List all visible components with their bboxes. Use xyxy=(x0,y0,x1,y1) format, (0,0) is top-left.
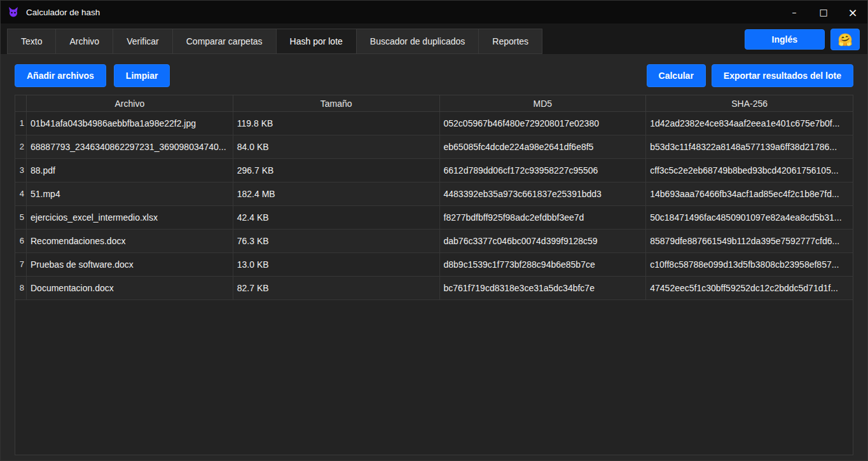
export-batch-results-button[interactable]: Exportar resultados del lote xyxy=(712,64,853,87)
cell-archivo: Pruebas de software.docx xyxy=(27,253,233,276)
tab-bar: Texto Archivo Verificar Comparar carpeta… xyxy=(1,24,867,54)
cell-tamano: 82.7 KB xyxy=(233,277,440,299)
row-index: 2 xyxy=(15,135,27,158)
table-row[interactable]: 8 Documentacion.docx 82.7 KB bc761f719cd… xyxy=(15,277,853,300)
header-tamano[interactable]: Tamaño xyxy=(233,95,440,111)
cell-archivo: Documentacion.docx xyxy=(27,277,233,299)
tab-verificar[interactable]: Verificar xyxy=(113,29,173,54)
table-row[interactable]: 3 88.pdf 296.7 KB 6612d789dd06cf172c9395… xyxy=(15,159,853,182)
cell-md5: f8277bdfbff925f98adc2efdbbf3ee7d xyxy=(440,206,647,229)
cell-md5: 6612d789dd06cf172c93958227c95506 xyxy=(440,159,647,182)
cell-sha256: 85879dfe887661549b112da395e7592777cfd6..… xyxy=(646,230,853,252)
row-index: 3 xyxy=(15,159,27,182)
window-title: Calculador de hash xyxy=(26,8,100,17)
cell-md5: 4483392eb35a973c661837e25391bdd3 xyxy=(440,182,647,205)
close-button[interactable]: × xyxy=(838,1,867,24)
cell-md5: dab76c3377c046bc0074d399f9128c59 xyxy=(440,230,647,252)
add-files-button[interactable]: Añadir archivos xyxy=(15,64,106,87)
cell-sha256: 1d42ad2382e4ce834aaf2eea1e401c675e7b0f..… xyxy=(646,112,853,135)
titlebar: Calculador de hash – □ × xyxy=(1,1,867,24)
cell-archivo: 01b41afa043b4986aebbfba1a98e22f2.jpg xyxy=(27,112,233,135)
toolbar-left-group: Añadir archivos Limpiar xyxy=(15,64,170,87)
cell-md5: 052c05967b46f480e729208017e02380 xyxy=(440,112,647,135)
header-md5[interactable]: MD5 xyxy=(440,95,647,111)
row-index: 5 xyxy=(15,206,27,229)
cell-archivo: ejercicios_excel_intermedio.xlsx xyxy=(27,206,233,229)
batch-toolbar: Añadir archivos Limpiar Calcular Exporta… xyxy=(15,64,853,87)
window-controls: – □ × xyxy=(780,1,867,24)
cell-sha256: b53d3c11f48322a8148a577139a6ff38d21786..… xyxy=(646,135,853,158)
row-index: 4 xyxy=(15,182,27,205)
cell-tamano: 182.4 MB xyxy=(233,182,440,205)
tab-list: Texto Archivo Verificar Comparar carpeta… xyxy=(7,29,542,54)
minimize-button[interactable]: – xyxy=(780,1,809,24)
cell-tamano: 119.8 KB xyxy=(233,112,440,135)
row-index: 8 xyxy=(15,277,27,299)
tab-buscador-de-duplicados[interactable]: Buscador de duplicados xyxy=(356,29,479,54)
tab-texto[interactable]: Texto xyxy=(7,29,56,54)
table-row[interactable]: 1 01b41afa043b4986aebbfba1a98e22f2.jpg 1… xyxy=(15,112,853,135)
tabbar-actions: Inglés 🤗 xyxy=(745,29,860,54)
cell-tamano: 76.3 KB xyxy=(233,230,440,252)
app-icon xyxy=(7,6,20,18)
toolbar-right-group: Calcular Exportar resultados del lote xyxy=(647,64,853,87)
table-row[interactable]: 4 51.mp4 182.4 MB 4483392eb35a973c661837… xyxy=(15,182,853,206)
emoji-face-icon[interactable]: 🤗 xyxy=(830,29,860,50)
calculate-button[interactable]: Calcular xyxy=(647,64,706,87)
header-row-number xyxy=(15,95,27,111)
cell-md5: bc761f719cd8318e3ce31a5dc34bfc7e xyxy=(440,277,647,299)
cell-sha256: 47452eec5f1c30bff59252dc12c2bddc5d71d1f.… xyxy=(646,277,853,299)
cell-archivo: 51.mp4 xyxy=(27,182,233,205)
table-row[interactable]: 2 68887793_2346340862297231_369098034740… xyxy=(15,135,853,159)
tab-comparar-carpetas[interactable]: Comparar carpetas xyxy=(172,29,277,54)
cell-sha256: 14b693aaa76466fb34acf1ad85ec4f2c1b8e7fd.… xyxy=(646,182,853,205)
table-row[interactable]: 6 Recomendaciones.docx 76.3 KB dab76c337… xyxy=(15,230,853,253)
row-index: 6 xyxy=(15,230,27,252)
cell-sha256: cff3c5c2e2eb68749b8bed93bcd42061756105..… xyxy=(646,159,853,182)
cell-archivo: Recomendaciones.docx xyxy=(27,230,233,252)
cell-archivo: 88.pdf xyxy=(27,159,233,182)
maximize-button[interactable]: □ xyxy=(809,1,838,24)
cell-sha256: c10ff8c58788e099d13d5fb3808cb23958ef857.… xyxy=(646,253,853,276)
cell-tamano: 296.7 KB xyxy=(233,159,440,182)
tab-archivo[interactable]: Archivo xyxy=(55,29,113,54)
cell-md5: d8b9c1539c1f773bf288c94b6e85b7ce xyxy=(440,253,647,276)
cell-archivo: 68887793_2346340862297231_369098034740..… xyxy=(27,135,233,158)
header-archivo[interactable]: Archivo xyxy=(27,95,233,111)
cell-tamano: 13.0 KB xyxy=(233,253,440,276)
batch-results-table: Archivo Tamaño MD5 SHA-256 1 01b41afa043… xyxy=(15,95,853,455)
table-body: 1 01b41afa043b4986aebbfba1a98e22f2.jpg 1… xyxy=(15,112,853,455)
cell-tamano: 42.4 KB xyxy=(233,206,440,229)
language-toggle-button[interactable]: Inglés xyxy=(745,29,825,50)
cell-tamano: 84.0 KB xyxy=(233,135,440,158)
tab-reportes[interactable]: Reportes xyxy=(478,29,542,54)
cell-sha256: 50c18471496fac4850901097e82a4ea8cd5b31..… xyxy=(646,206,853,229)
table-header-row: Archivo Tamaño MD5 SHA-256 xyxy=(15,95,853,112)
tab-hash-por-lote[interactable]: Hash por lote xyxy=(276,29,357,54)
clear-button[interactable]: Limpiar xyxy=(114,64,170,87)
cell-md5: eb65085fc4dcde224a98e2641df6e8f5 xyxy=(440,135,647,158)
table-row[interactable]: 7 Pruebas de software.docx 13.0 KB d8b9c… xyxy=(15,253,853,277)
table-row[interactable]: 5 ejercicios_excel_intermedio.xlsx 42.4 … xyxy=(15,206,853,230)
header-sha256[interactable]: SHA-256 xyxy=(646,95,853,111)
app-window: Calculador de hash – □ × Texto Archivo V… xyxy=(0,0,868,461)
row-index: 7 xyxy=(15,253,27,276)
row-index: 1 xyxy=(15,112,27,135)
